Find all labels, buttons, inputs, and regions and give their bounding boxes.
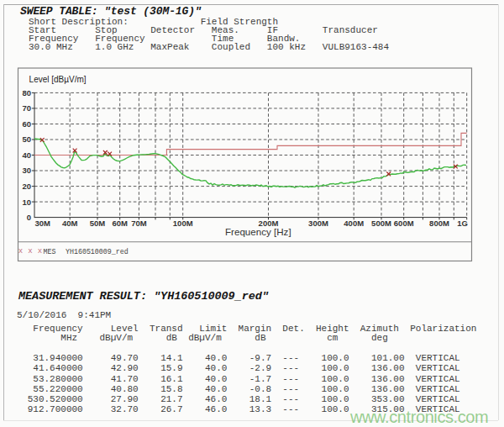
svg-text:300M: 300M	[308, 219, 328, 228]
svg-text:70M: 70M	[131, 219, 147, 228]
svg-text:800M: 800M	[429, 219, 449, 228]
svg-text:10: 10	[22, 198, 31, 207]
svg-text:600M: 600M	[394, 219, 414, 228]
svg-text:60M: 60M	[112, 219, 128, 228]
svg-text:80: 80	[22, 88, 31, 98]
svg-text:x: x	[18, 247, 23, 256]
svg-text:50: 50	[22, 134, 31, 144]
svg-text:x: x	[28, 247, 32, 256]
svg-text:Level [dBµV/m]: Level [dBµV/m]	[29, 75, 87, 84]
svg-text:Frequency [Hz]: Frequency [Hz]	[225, 226, 291, 237]
svg-text:1G: 1G	[457, 219, 468, 228]
svg-text:30: 30	[22, 166, 31, 175]
svg-text:x: x	[38, 247, 42, 256]
svg-text:60: 60	[22, 119, 31, 129]
svg-text:40M: 40M	[62, 219, 78, 228]
svg-text:50M: 50M	[90, 219, 106, 228]
svg-text:30M: 30M	[35, 219, 51, 228]
svg-text:500M: 500M	[371, 219, 391, 228]
svg-text:40: 40	[22, 150, 31, 160]
svg-text:400M: 400M	[344, 219, 364, 228]
svg-text:MES: MES	[44, 248, 56, 256]
svg-text:200M: 200M	[259, 219, 279, 228]
svg-text:70: 70	[22, 103, 31, 113]
svg-text:20: 20	[22, 182, 31, 191]
svg-text:YH160510009_red: YH160510009_red	[66, 248, 129, 256]
svg-text:0: 0	[27, 213, 31, 222]
svg-text:100M: 100M	[173, 219, 193, 228]
